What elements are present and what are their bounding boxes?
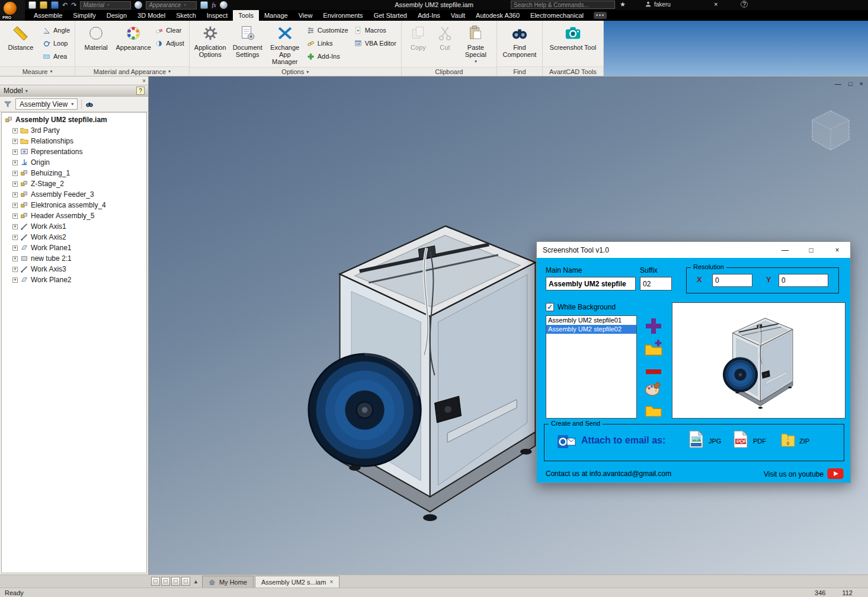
tab-assembly-document[interactable]: Assembly UM2 s...iam × (255, 576, 339, 588)
measure-icon[interactable] (220, 1, 228, 9)
inventor-logo[interactable]: PRO (0, 0, 25, 21)
screenshot-tool-button[interactable]: Screenshot Tool (546, 23, 600, 64)
close-icon[interactable]: × (329, 579, 333, 585)
appearance-combo[interactable]: Appearance ▾ (146, 1, 197, 9)
tree-item-z-stage[interactable]: + Z-Stage_2 (2, 178, 146, 189)
browser-close-icon[interactable]: × (142, 78, 146, 84)
add-folder-button[interactable] (640, 339, 667, 359)
macros-button[interactable]: Macros (352, 24, 398, 37)
youtube-link-text[interactable]: Visit us on youtube (764, 470, 824, 478)
printer-3d-model[interactable] (304, 184, 547, 543)
tab-3d-model[interactable]: 3D Model (132, 10, 171, 21)
browser-header[interactable]: Model ▾ ? (0, 85, 148, 97)
tab-design[interactable]: Design (101, 10, 132, 21)
restore-icon[interactable]: □ (848, 80, 853, 87)
expander-icon[interactable]: + (12, 128, 18, 133)
remove-screenshot-button[interactable] (640, 362, 667, 376)
tab-electromechanical[interactable]: Electromechanical (525, 10, 589, 21)
tree-item-work-plane1[interactable]: + Work Plane1 (2, 242, 146, 253)
expander-icon[interactable]: + (12, 160, 18, 165)
tree-item-work-axis2[interactable]: + Work Axis2 (2, 232, 146, 242)
area-button[interactable]: Area (40, 50, 72, 63)
expander-icon[interactable]: + (12, 192, 18, 197)
help-search-input[interactable] (511, 1, 615, 9)
add-ins-button[interactable]: Add-Ins (305, 50, 350, 63)
parameters-fx-icon[interactable]: fx (212, 2, 216, 8)
close-icon[interactable]: × (860, 80, 863, 87)
dialog-title-bar[interactable]: Screenshot Tool v1.0 — □ × (537, 242, 850, 258)
minimize-icon[interactable]: — (772, 242, 798, 258)
expander-icon[interactable]: + (12, 181, 18, 187)
resolution-y-input[interactable] (779, 274, 828, 287)
loop-button[interactable]: Loop (40, 37, 72, 50)
tab-autodesk-a360[interactable]: Autodesk A360 (470, 10, 525, 21)
tree-item-3rd-party[interactable]: + 3rd Party (2, 125, 146, 136)
cascade-view-icon[interactable] (181, 577, 190, 586)
tab-get-started[interactable]: Get Started (369, 10, 412, 21)
copy-button[interactable]: Copy (405, 23, 432, 64)
maximize-icon[interactable]: □ (798, 242, 824, 258)
tree-item-new-tube[interactable]: + new tube 2:1 (2, 253, 146, 264)
tile-view-icon[interactable] (161, 577, 170, 586)
tab-manage[interactable]: Manage (259, 10, 293, 21)
appearance-sphere-icon[interactable] (134, 1, 142, 9)
expander-icon[interactable]: + (12, 224, 18, 229)
jpg-file-icon[interactable] (688, 430, 704, 448)
visibility-icon[interactable] (200, 1, 208, 9)
list-item[interactable]: Assembly UM2 stepfile01 (546, 316, 636, 325)
group-label-material-appearance[interactable]: Material and Appearance ▾ (75, 66, 189, 76)
tab-environments[interactable]: Environments (318, 10, 368, 21)
tab-sketch[interactable]: Sketch (171, 10, 201, 21)
minimize-icon[interactable]: — (835, 80, 841, 87)
tab-simplify[interactable]: Simplify (68, 10, 101, 21)
group-label-measure[interactable]: Measure ▾ (0, 66, 75, 76)
zip-label[interactable]: ZIP (799, 438, 809, 445)
jpg-label[interactable]: JPG (709, 438, 721, 445)
youtube-play-icon[interactable] (827, 468, 844, 480)
list-item-selected[interactable]: Assembly UM2 stepfile02 (546, 325, 636, 334)
application-options-button[interactable]: Application Options (193, 23, 228, 64)
zip-file-icon[interactable] (780, 430, 796, 448)
help[interactable]: ? (741, 1, 748, 8)
tree-item-assembly-feeder[interactable]: + Assembly Feeder_3 (2, 189, 146, 200)
clear-button[interactable]: Clear (153, 24, 186, 37)
split-view-icon[interactable] (171, 577, 180, 586)
pdf-label[interactable]: PDF (753, 438, 766, 445)
customize-button[interactable]: Customize (305, 24, 350, 37)
expander-icon[interactable]: + (12, 139, 18, 144)
tab-tools[interactable]: Tools (233, 10, 259, 21)
tab-add-ins[interactable]: Add-Ins (412, 10, 446, 21)
tree-item-representations[interactable]: + Representations (2, 146, 146, 157)
save-icon[interactable] (51, 1, 59, 9)
expander-icon[interactable]: + (12, 149, 18, 155)
tree-item-header-assembly[interactable]: + Header Assembly_5 (2, 210, 146, 221)
new-file-icon[interactable] (28, 1, 36, 9)
tab-inspect[interactable]: Inspect (201, 10, 233, 21)
filter-funnel-icon[interactable] (4, 100, 12, 108)
expander-icon[interactable]: + (12, 256, 18, 261)
suffix-input[interactable] (640, 277, 672, 290)
tree-item-behuizing[interactable]: + Behuizing_1 (2, 168, 146, 178)
adjust-button[interactable]: Adjust (153, 37, 186, 50)
tree-item-relationships[interactable]: + Relationships (2, 136, 146, 146)
tab-view[interactable]: View (293, 10, 318, 21)
exchange-app-manager-button[interactable]: Exchange App Manager (267, 23, 303, 65)
white-background-checkbox[interactable]: ✓ (546, 303, 554, 311)
tree-item-work-axis3[interactable]: + Work Axis3 (2, 264, 146, 274)
email-icon[interactable] (556, 433, 576, 450)
distance-button[interactable]: Distance (3, 23, 39, 64)
screenshot-list[interactable]: Assembly UM2 stepfile01 Assembly UM2 ste… (546, 315, 637, 419)
expander-icon[interactable]: + (12, 203, 18, 208)
angle-button[interactable]: Angle (40, 24, 72, 37)
open-file-icon[interactable] (40, 1, 47, 9)
tree-item-origin[interactable]: + Origin (2, 157, 146, 168)
expander-icon[interactable]: + (12, 267, 18, 272)
expand-tabs-icon[interactable]: ▲ (193, 579, 198, 585)
tree-item-work-axis1[interactable]: + Work Axis1 (2, 221, 146, 232)
user-account[interactable]: fakeru (645, 1, 671, 8)
tab-my-home[interactable]: My Home (202, 576, 254, 588)
tree-item-elektronica[interactable]: + Elektronica assembly_4 (2, 200, 146, 210)
add-screenshot-button[interactable] (640, 316, 667, 336)
tab-assemble[interactable]: Assemble (28, 10, 68, 21)
expander-icon[interactable]: + (12, 235, 18, 240)
